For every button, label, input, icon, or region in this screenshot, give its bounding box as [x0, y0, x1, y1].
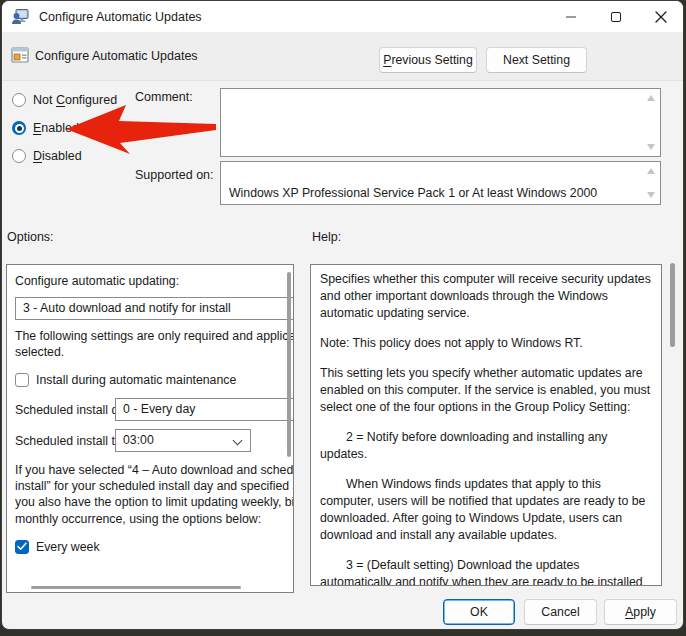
- close-icon: [655, 11, 667, 23]
- supported-on-textarea[interactable]: Windows XP Professional Service Pack 1 o…: [220, 161, 661, 205]
- help-vertical-scrollbar[interactable]: [670, 263, 675, 347]
- close-button[interactable]: [638, 1, 683, 32]
- scheduled-install-day-dropdown[interactable]: 0 - Every day: [115, 398, 294, 421]
- help-paragraph: This setting lets you specify whether au…: [320, 365, 654, 416]
- radio-icon: [12, 93, 26, 107]
- configure-updating-dropdown[interactable]: 3 - Auto download and notify for install: [15, 297, 294, 320]
- minimize-icon: [566, 16, 576, 18]
- previous-setting-button[interactable]: Previous Setting: [379, 47, 477, 73]
- apply-button[interactable]: Apply: [604, 599, 677, 625]
- options-note-2: If you have selected “4 – Auto download …: [15, 462, 294, 527]
- scroll-down-icon[interactable]: [647, 192, 655, 198]
- help-paragraph: Note: This policy does not apply to Wind…: [320, 335, 654, 352]
- help-paragraph: When Windows finds updates that apply to…: [320, 476, 654, 544]
- checkbox-unchecked-icon: [15, 373, 29, 387]
- policy-setting-icon: [10, 45, 30, 65]
- scroll-up-icon[interactable]: [647, 168, 655, 174]
- help-paragraph: 2 = Notify before downloading and instal…: [320, 429, 654, 463]
- window-title: Configure Automatic Updates: [39, 10, 202, 24]
- minimize-button[interactable]: [548, 1, 593, 32]
- options-horizontal-scrollbar[interactable]: [31, 586, 241, 589]
- configure-automatic-updates-dialog: Configure Automatic Updates Configure Au…: [1, 0, 684, 630]
- group-policy-user-monitor-icon: [11, 8, 29, 26]
- configure-updating-label: Configure automatic updating:: [15, 273, 294, 289]
- maximize-button[interactable]: [593, 1, 638, 32]
- options-label: Options:: [7, 230, 54, 244]
- radio-icon: [12, 149, 26, 163]
- every-week-checkbox[interactable]: Every week: [15, 539, 294, 555]
- ok-button[interactable]: OK: [443, 599, 515, 625]
- options-vertical-scrollbar[interactable]: [287, 272, 291, 457]
- next-setting-button[interactable]: Next Setting: [486, 47, 587, 73]
- maximize-icon: [611, 12, 621, 22]
- cancel-button[interactable]: Cancel: [524, 599, 597, 625]
- red-arrow-annotation-icon: [60, 99, 218, 159]
- help-text: Specifies whether this computer will rec…: [320, 271, 654, 586]
- titlebar[interactable]: Configure Automatic Updates: [2, 1, 683, 32]
- chevron-down-icon: [233, 435, 243, 445]
- comment-textarea[interactable]: [220, 88, 661, 157]
- comment-label: Comment:: [135, 90, 193, 104]
- help-paragraph: Specifies whether this computer will rec…: [320, 271, 654, 322]
- scheduled-install-time-dropdown[interactable]: 03:00: [115, 429, 251, 452]
- supported-on-label: Supported on:: [135, 168, 214, 182]
- help-paragraph: 3 = (Default setting) Download the updat…: [320, 557, 654, 586]
- install-during-maintenance-checkbox[interactable]: Install during automatic maintenance: [15, 372, 294, 388]
- help-label: Help:: [312, 230, 341, 244]
- setting-header: Configure Automatic Updates Previous Set…: [2, 32, 683, 81]
- options-note-1: The following settings are only required…: [15, 328, 294, 360]
- help-panel: Specifies whether this computer will rec…: [310, 264, 662, 586]
- scroll-down-icon[interactable]: [647, 144, 655, 150]
- scroll-up-icon[interactable]: [647, 95, 655, 101]
- setting-title: Configure Automatic Updates: [35, 49, 198, 63]
- radio-selected-icon: [12, 121, 26, 135]
- checkbox-checked-icon: [15, 540, 29, 554]
- options-panel: Configure automatic updating: 3 - Auto d…: [6, 264, 294, 593]
